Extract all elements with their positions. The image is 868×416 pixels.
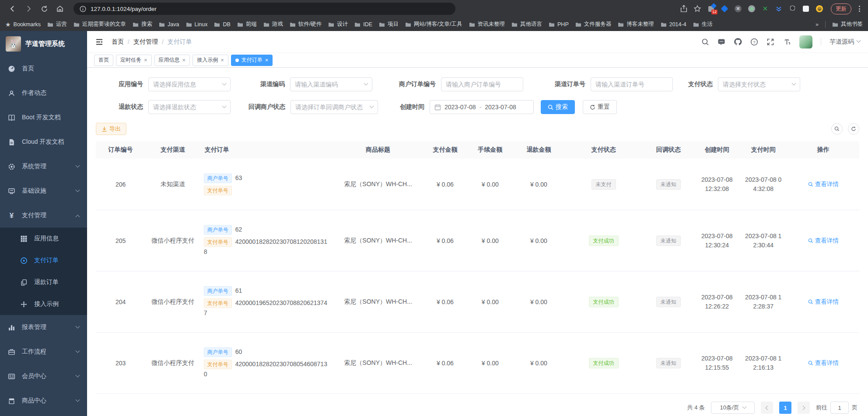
view-detail-link[interactable]: 查看详情: [808, 359, 839, 367]
extension-icon-chevrons[interactable]: [775, 5, 783, 13]
channel-order-no-input[interactable]: [591, 77, 673, 91]
extension-icon-xdebug[interactable]: ✕: [761, 5, 769, 13]
site-info-icon[interactable]: [80, 6, 86, 12]
bookmark-folder[interactable]: PHP: [549, 21, 569, 28]
breadcrumb-pay[interactable]: 支付管理: [133, 38, 158, 46]
bookmark-folder[interactable]: 设计: [328, 21, 348, 28]
current-page[interactable]: 1: [779, 402, 791, 414]
sidebar-item-infrastructure[interactable]: 基础设施: [0, 179, 87, 203]
reload-icon[interactable]: [38, 2, 51, 15]
chrome-update-button[interactable]: 更新: [831, 3, 851, 14]
create-time-range-picker[interactable]: 2023-07-08 - 2023-07-08: [430, 100, 534, 114]
help-icon[interactable]: ?: [750, 38, 758, 46]
extension-icon-blank[interactable]: [802, 5, 810, 13]
sidebar-item-member[interactable]: 会员中心: [0, 364, 87, 388]
next-page-button[interactable]: [798, 402, 810, 414]
sidebar-item-boot-docs[interactable]: Boot 开发文档: [0, 105, 87, 130]
profile-avatar-icon[interactable]: 😀: [816, 5, 823, 13]
close-icon[interactable]: ×: [182, 57, 186, 63]
bookmark-folder[interactable]: 游戏: [263, 21, 283, 28]
tab-home[interactable]: 首页: [94, 55, 113, 66]
extension-icon-gem[interactable]: [721, 5, 728, 13]
close-icon[interactable]: ×: [220, 57, 224, 63]
bookmark-folder[interactable]: 近期需要读的文章: [74, 21, 126, 28]
github-icon[interactable]: [734, 38, 742, 46]
sidebar-item-cloud-docs[interactable]: Cloud 开发文档: [0, 130, 87, 154]
bookmark-folder[interactable]: DB: [214, 21, 230, 28]
bookmark-folder[interactable]: 其他语言: [511, 21, 542, 28]
view-detail-link[interactable]: 查看详情: [808, 237, 839, 245]
bookmarks-overflow-icon[interactable]: »: [816, 21, 819, 28]
notify-status-select[interactable]: [290, 100, 378, 114]
page-size-select[interactable]: 10条/页: [711, 402, 755, 414]
bookmark-folder[interactable]: 前端: [237, 21, 257, 28]
bookmark-folder[interactable]: 软件/硬件: [290, 21, 322, 28]
goto-page-input[interactable]: [830, 402, 849, 414]
font-size-icon[interactable]: [783, 38, 791, 46]
bookmark-folder[interactable]: 博客未整理: [618, 21, 654, 28]
sidebar-item-pay-order[interactable]: 支付订单: [0, 250, 87, 271]
home-icon[interactable]: [53, 2, 66, 15]
bookmark-folder[interactable]: Java: [159, 21, 179, 28]
bookmark-folder[interactable]: 资讯未整理: [469, 21, 505, 28]
view-detail-link[interactable]: 查看详情: [808, 298, 839, 306]
tab-scheduled-jobs[interactable]: 定时任务×: [116, 55, 152, 66]
tab-app-info[interactable]: 应用信息×: [154, 55, 190, 66]
bookmark-folder[interactable]: Linux: [186, 21, 208, 28]
bookmark-folder[interactable]: 运营: [47, 21, 67, 28]
toggle-search-button[interactable]: [831, 123, 843, 135]
sidebar-item-reports[interactable]: 报表管理: [0, 315, 87, 340]
fullscreen-icon[interactable]: [766, 38, 774, 46]
sidebar-item-product[interactable]: 商品中心: [0, 388, 87, 413]
tab-demo[interactable]: 接入示例×: [192, 55, 228, 66]
close-icon[interactable]: ×: [265, 57, 269, 63]
view-detail-link[interactable]: 查看详情: [808, 180, 839, 188]
message-icon[interactable]: [718, 38, 725, 46]
extension-icon-command[interactable]: ⌘: [734, 5, 742, 13]
bookmark-folder[interactable]: 文件服务器: [575, 21, 612, 28]
other-bookmarks[interactable]: 其他书签: [832, 21, 863, 28]
channel-code-select[interactable]: [290, 77, 372, 91]
bookmark-folder[interactable]: 网站/博客/文章/工具: [405, 21, 462, 28]
sidebar-item-demo[interactable]: 接入示例: [0, 293, 87, 315]
share-icon[interactable]: [680, 5, 688, 13]
search-button[interactable]: 搜索: [541, 100, 575, 114]
export-button[interactable]: 导出: [96, 123, 126, 135]
refresh-table-button[interactable]: [848, 123, 859, 135]
back-icon[interactable]: [6, 2, 19, 15]
search-icon[interactable]: [701, 38, 709, 46]
extension-icon-blocks[interactable]: 12: [707, 5, 715, 13]
tab-pay-order[interactable]: 支付订单×: [231, 55, 273, 66]
extensions-puzzle-icon[interactable]: [788, 5, 796, 13]
sidebar-item-workflow[interactable]: 工作流程: [0, 340, 87, 364]
bookmark-folder[interactable]: 生活: [693, 21, 713, 28]
pay-status-select[interactable]: [718, 77, 800, 91]
address-bar[interactable]: 127.0.0.1:1024/pay/order: [74, 3, 455, 15]
bookmark-folder[interactable]: IDE: [354, 21, 372, 28]
user-menu[interactable]: 芋道源码: [830, 38, 860, 46]
refund-status-select[interactable]: [148, 100, 231, 114]
sidebar-item-author[interactable]: 作者动态: [0, 81, 87, 105]
chrome-menu-icon[interactable]: [857, 6, 862, 12]
sidebar-item-system[interactable]: 系统管理: [0, 154, 87, 179]
app-id-select[interactable]: [148, 77, 231, 91]
collapse-sidebar-icon[interactable]: [95, 38, 104, 46]
bookmark-folder[interactable]: 项目: [379, 21, 399, 28]
user-avatar[interactable]: [799, 35, 812, 49]
breadcrumb-home[interactable]: 首页: [112, 38, 124, 46]
sidebar-item-app-info[interactable]: 应用信息: [0, 228, 87, 250]
app-logo[interactable]: 🐰 芋道管理系统: [0, 31, 87, 56]
reset-button[interactable]: 重置: [583, 100, 617, 114]
forward-icon[interactable]: [22, 2, 35, 15]
bookmark-folder[interactable]: 2014-4: [661, 21, 686, 28]
sidebar-item-home[interactable]: 首页: [0, 56, 87, 81]
sidebar-item-payment[interactable]: ¥ 支付管理: [0, 203, 87, 228]
bookmark-folder[interactable]: 搜索: [133, 21, 152, 28]
bookmark-item[interactable]: ★Bookmarks: [5, 21, 41, 28]
bookmark-star-icon[interactable]: [693, 5, 701, 13]
sidebar-item-refund-order[interactable]: 退款订单: [0, 271, 87, 293]
close-icon[interactable]: ×: [144, 57, 147, 63]
prev-page-button[interactable]: [761, 402, 773, 414]
merchant-order-no-input[interactable]: [441, 77, 523, 91]
extension-icon-green-dot[interactable]: [748, 5, 756, 13]
